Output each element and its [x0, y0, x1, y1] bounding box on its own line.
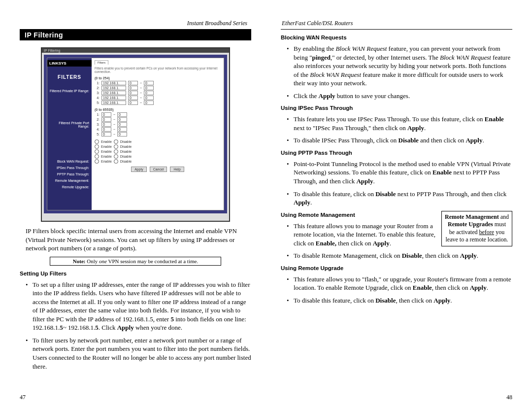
ip-from-1[interactable]: 192.168.1.	[101, 81, 126, 85]
heading-pptp: Using PPTP Pass Through	[281, 150, 512, 156]
remote-upg-enable-radio[interactable]	[95, 159, 99, 164]
ip-from-4-oct[interactable]: 0	[128, 96, 138, 100]
section-bar: IP Filtering	[20, 30, 251, 40]
ip-from-1-oct[interactable]: 0	[128, 81, 138, 85]
bullet-pptp-enable: Point-to-Point Tunneling Protocol is the…	[289, 160, 512, 186]
note-box: Note: Only one VPN session may be conduc…	[50, 257, 221, 266]
side-remote-mgmt: Remote Management:	[47, 177, 92, 184]
ip-to-2-oct[interactable]: 0	[144, 86, 154, 90]
bullet-pptp-disable: To disable this feature, click on Disabl…	[289, 190, 512, 207]
window-titlebar: IP Filtering	[42, 48, 229, 53]
help-button[interactable]: Help	[170, 167, 184, 172]
bullet-rupg-disable: To disable this feature, click on Disabl…	[289, 296, 512, 305]
ip-to-4-oct[interactable]: 0	[144, 96, 154, 100]
ip-from-5[interactable]: 192.168.1.	[101, 101, 126, 105]
ipsec-enable-radio[interactable]	[95, 144, 99, 149]
side-ipsec: IPSec Pass Through:	[47, 165, 92, 171]
manual-spread: Instant Broadband Series IP Filtering IP…	[0, 0, 532, 411]
block-wan-disable-radio[interactable]	[114, 139, 118, 144]
pptp-disable-radio[interactable]	[114, 149, 118, 154]
remote-mgmt-disable-radio[interactable]	[114, 154, 118, 159]
bullet-ipsec-enable: This feature lets you use IPSec Pass Thr…	[289, 115, 512, 132]
side-block-wan: Block WAN Request:	[47, 158, 92, 165]
ip-to-5-oct[interactable]: 0	[144, 101, 154, 105]
filters-heading: FILTERS	[47, 69, 92, 88]
enable-label: Enable	[101, 140, 112, 143]
series-header-right: EtherFast Cable/DSL Routers	[281, 20, 512, 27]
disable-label: Disable	[120, 140, 132, 143]
heading-setting-up: Setting Up Filters	[20, 271, 251, 276]
series-header-left: Instant Broadband Series	[20, 20, 251, 27]
ip-from-2[interactable]: 192.168.1.	[101, 86, 126, 90]
page-number-left: 47	[20, 394, 26, 401]
note-label: Note:	[73, 258, 86, 264]
side-port-range: Filtered Private Port Range:	[47, 120, 92, 130]
bullet-rupg-enable: This feature allows you to "flash," or u…	[289, 275, 512, 292]
heading-remote-upg: Using Remote Upgrade	[281, 265, 512, 271]
ip-from-2-oct[interactable]: 0	[128, 86, 138, 90]
bullet-ipsec-disable: To disable IPSec Pass Through, click on …	[289, 136, 512, 145]
port-from-4[interactable]: 0	[101, 127, 111, 132]
page-number-right: 48	[506, 394, 512, 401]
heading-block-wan: Blocking WAN Requests	[281, 34, 512, 40]
remote-upg-disable-radio[interactable]	[114, 159, 118, 164]
ip-from-3[interactable]: 192.168.1.	[101, 91, 126, 95]
page-left: Instant Broadband Series IP Filtering IP…	[20, 20, 266, 396]
block-wan-enable-radio[interactable]	[95, 139, 99, 144]
port-to-2[interactable]: 0	[117, 117, 127, 122]
tab-filters[interactable]: Filters	[95, 60, 108, 65]
ip-from-4[interactable]: 192.168.1.	[101, 96, 126, 100]
panel-description: Filters enable you to prevent certain PC…	[95, 67, 221, 73]
bullet-port-filter: To filter users by network port number, …	[28, 336, 251, 371]
bullet-block-wan-apply: Click the Apply button to save your chan…	[289, 92, 512, 101]
bullet-ip-filter: To set up a filter using IP addresses, e…	[28, 280, 251, 332]
remote-mgmt-enable-radio[interactable]	[95, 154, 99, 159]
heading-ipsec: Using IPSec Pass Through	[281, 105, 512, 111]
ip-from-5-oct[interactable]: 0	[128, 101, 138, 105]
ip-to-1-oct[interactable]: 0	[144, 81, 154, 85]
port-range-subhead: (0 to 65535)	[95, 108, 221, 111]
port-to-3[interactable]: 0	[117, 122, 127, 127]
pptp-enable-radio[interactable]	[95, 149, 99, 154]
side-ip-range: Filtered Private IP Range:	[47, 88, 92, 94]
side-remote-upg: Remote Upgrade:	[47, 184, 92, 190]
port-to-5[interactable]: 0	[117, 132, 127, 137]
ip-range-subhead: (0 to 254)	[95, 76, 221, 80]
port-to-1[interactable]: 0	[117, 112, 127, 117]
page-right: EtherFast Cable/DSL Routers Blocking WAN…	[266, 20, 512, 396]
bullet-rmgmt-disable: To disable Remote Management, click on D…	[289, 251, 512, 260]
port-from-3[interactable]: 0	[101, 122, 111, 127]
embedded-screenshot: IP Filtering LINKSYS FILTERS Filtered Pr…	[41, 47, 230, 222]
side-pptp: PPTP Pass Through:	[47, 171, 92, 177]
port-to-4[interactable]: 0	[117, 127, 127, 132]
bullet-rmgmt-enable: This feature allows you to manage your R…	[289, 222, 512, 248]
header-rule-right	[281, 29, 512, 30]
cancel-button[interactable]: Cancel	[150, 167, 167, 172]
ip-to-3-oct[interactable]: 0	[144, 91, 154, 95]
intro-para: IP Filters block specific internal users…	[26, 227, 245, 253]
ipsec-disable-radio[interactable]	[114, 144, 118, 149]
port-from-5[interactable]: 0	[101, 132, 111, 137]
logo-badge: LINKSYS	[47, 60, 92, 67]
ip-from-3-oct[interactable]: 0	[128, 91, 138, 95]
bullet-block-wan-desc: By enabling the Block WAN Request featur…	[289, 44, 512, 88]
apply-button[interactable]: Apply	[131, 167, 147, 172]
port-from-2[interactable]: 0	[101, 117, 111, 122]
port-from-1[interactable]: 0	[101, 112, 111, 117]
